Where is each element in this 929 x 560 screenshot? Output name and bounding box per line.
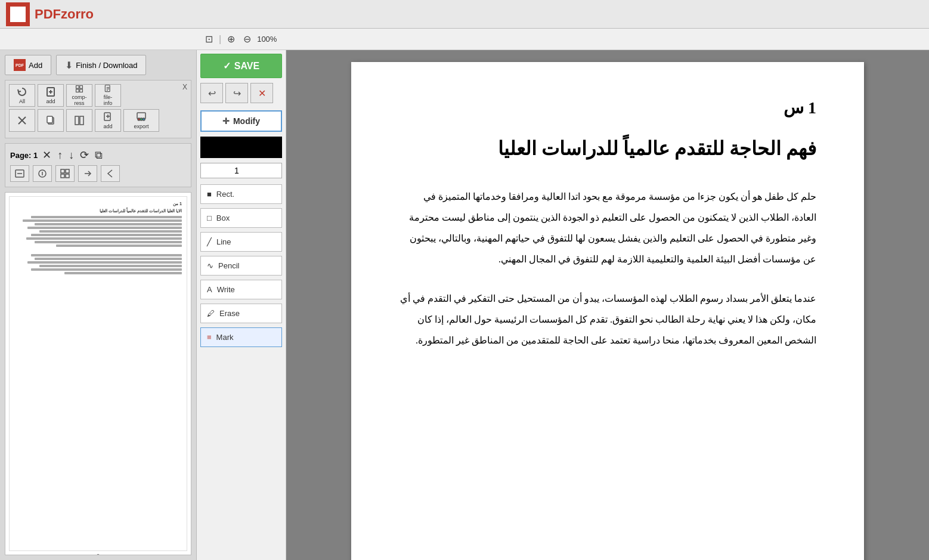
- save-button[interactable]: ✓ SAVE: [200, 54, 282, 78]
- page-thumbnail: 1 من الايا العليا الدراسات للتقدم عالميا…: [5, 192, 191, 555]
- write-icon: A: [207, 285, 212, 294]
- mark-tool-button[interactable]: ≡ Mark: [200, 327, 282, 347]
- add-button[interactable]: PDF Add: [5, 55, 51, 75]
- page-indicator: Page: 1: [10, 151, 38, 160]
- write-label: Write: [217, 285, 235, 294]
- svg-rect-15: [75, 116, 79, 125]
- erase-tool-button[interactable]: 🖊 Erase: [200, 304, 282, 323]
- rect-tool-button[interactable]: ■ Rect.: [200, 184, 282, 204]
- copy-btn[interactable]: [38, 109, 64, 132]
- svg-rect-29: [66, 169, 69, 173]
- page-ctrl-btn-5[interactable]: [101, 165, 120, 182]
- line-icon: ╱: [207, 237, 212, 246]
- tools-row-1: All add comp-ress file-info: [9, 84, 187, 107]
- finish-download-button[interactable]: ⬇ Finish / Download: [56, 55, 146, 75]
- page-ctrl-btn-2[interactable]: [33, 165, 52, 182]
- zoom-out-button[interactable]: ⊖: [241, 32, 253, 46]
- redo-button[interactable]: ↪: [225, 83, 248, 103]
- app-title: PDFzorro: [35, 7, 94, 22]
- svg-rect-3: [76, 86, 79, 89]
- mark-label: Mark: [216, 333, 234, 342]
- discard-button[interactable]: ✕: [250, 83, 273, 103]
- thumb-page-num: 1 من: [14, 202, 182, 206]
- thumbnail-page-content: 1 من الايا العليا الدراسات للتقدم عالميا…: [9, 196, 187, 551]
- zoom-level: 100%: [257, 35, 277, 44]
- svg-rect-30: [61, 174, 64, 178]
- erase-icon: 🖊: [207, 309, 215, 318]
- move-icon: ✛: [222, 116, 230, 126]
- undo-icon: ↩: [208, 88, 216, 99]
- page-rotate-btn[interactable]: ⟳: [79, 148, 90, 162]
- page-down-btn[interactable]: ↓: [67, 149, 75, 162]
- svg-rect-4: [80, 86, 83, 89]
- svg-rect-14: [47, 116, 52, 123]
- logo-icon: [6, 2, 30, 26]
- pencil-label: Pencil: [218, 261, 239, 270]
- tools-grid: X All add comp-ress: [5, 80, 191, 138]
- svg-rect-31: [66, 174, 69, 178]
- svg-rect-6: [80, 89, 83, 92]
- thumbnail-page-number: 2: [9, 553, 187, 555]
- svg-rect-7: [105, 85, 110, 92]
- modify-button[interactable]: ✛ Modify: [200, 110, 282, 132]
- pdf-paragraph-2: عندما يتعلق الأمر بسداد رسوم الطلاب لهذه…: [399, 288, 816, 351]
- main-area: PDF Add ⬇ Finish / Download X All add: [0, 50, 929, 560]
- pencil-tool-button[interactable]: ∿ Pencil: [200, 256, 282, 276]
- zoom-bar: ⊡ | ⊕ ⊖ 100%: [0, 29, 929, 50]
- svg-rect-28: [61, 169, 64, 173]
- pdf-icon: PDF: [14, 59, 26, 71]
- delete-btn[interactable]: [9, 109, 35, 132]
- logo-area: PDFzorro: [6, 2, 94, 26]
- modify-label: Modify: [233, 116, 260, 126]
- undo-button[interactable]: ↩: [200, 83, 223, 103]
- pencil-icon: ∿: [207, 261, 213, 270]
- page-close-btn[interactable]: ✕: [41, 148, 52, 162]
- page-controls: Page: 1 ✕ ↑ ↓ ⟳ ⧉: [5, 143, 191, 187]
- export-btn[interactable]: export: [123, 109, 159, 132]
- box-tool-button[interactable]: □ Box: [200, 208, 282, 228]
- page-controls-row2: [10, 165, 186, 182]
- tools-close-btn[interactable]: X: [182, 83, 187, 91]
- file-info-btn[interactable]: file-info: [95, 84, 121, 107]
- close-icon: ✕: [258, 88, 266, 99]
- rect-icon: ■: [207, 190, 212, 199]
- rect-label: Rect.: [216, 190, 234, 199]
- zoom-in-button[interactable]: ⊕: [225, 32, 237, 46]
- page-ctrl-btn-1[interactable]: [10, 165, 29, 182]
- export-label: export: [134, 123, 148, 129]
- compress-btn[interactable]: comp-ress: [66, 84, 92, 107]
- page-copy-btn[interactable]: ⧉: [94, 149, 104, 162]
- pdf-page-number: 1 س: [399, 98, 816, 117]
- line-tool-button[interactable]: ╱ Line: [200, 232, 282, 252]
- page-ctrl-btn-3[interactable]: [55, 165, 75, 182]
- add-page-btn[interactable]: add: [38, 84, 64, 107]
- box-label: Box: [216, 214, 230, 222]
- pdf-viewer[interactable]: 1 س فهم الحاجة للتقدم عالمياً للدراسات ا…: [286, 50, 929, 560]
- tools-panel: ✓ SAVE ↩ ↪ ✕ ✛ Modify ■ Rect.: [197, 50, 286, 560]
- pdf-page: 1 س فهم الحاجة للتقدم عالمياً للدراسات ا…: [351, 62, 864, 560]
- finish-button-label: Finish / Download: [76, 61, 137, 70]
- page-controls-row1: Page: 1 ✕ ↑ ↓ ⟳ ⧉: [10, 148, 186, 162]
- edit-actions-row: ↩ ↪ ✕: [200, 83, 282, 103]
- left-panel: PDF Add ⬇ Finish / Download X All add: [0, 50, 197, 560]
- svg-rect-16: [80, 116, 83, 125]
- opacity-input[interactable]: [200, 163, 282, 178]
- add2-btn[interactable]: add: [95, 109, 121, 132]
- rotate-all-btn[interactable]: All: [9, 84, 35, 107]
- save-label: SAVE: [234, 61, 259, 72]
- color-picker[interactable]: [200, 137, 282, 158]
- split-btn[interactable]: [66, 109, 92, 132]
- zoom-fit-button[interactable]: ⊡: [203, 32, 215, 46]
- svg-rect-5: [76, 89, 79, 92]
- save-checkmark-icon: ✓: [223, 60, 231, 72]
- compress-label: comp-ress: [72, 94, 86, 106]
- box-icon: □: [207, 214, 212, 222]
- write-tool-button[interactable]: A Write: [200, 280, 282, 299]
- logo-icon-inner: [10, 7, 26, 22]
- page-up-btn[interactable]: ↑: [56, 149, 64, 162]
- file-info-label: file-info: [104, 94, 113, 106]
- download-icon: ⬇: [65, 60, 73, 71]
- erase-label: Erase: [219, 309, 240, 318]
- page-ctrl-btn-4[interactable]: [78, 165, 97, 182]
- redo-icon: ↪: [233, 88, 241, 99]
